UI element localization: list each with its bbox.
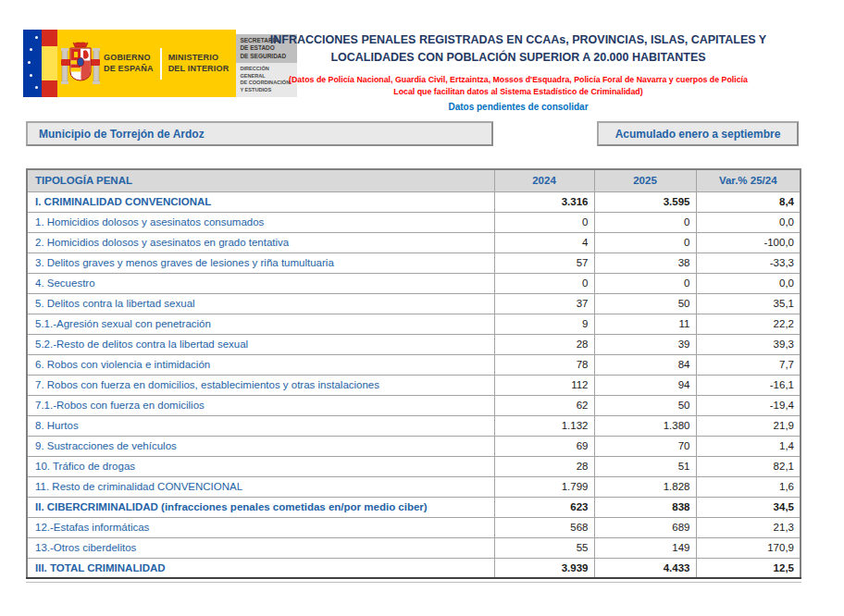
row-label: II. CIBERCRIMINALIDAD (infracciones pena…	[27, 497, 494, 517]
column-header-var: Var.% 25/24	[696, 169, 801, 191]
municipality-selector[interactable]: Municipio de Torrejón de Ardoz	[26, 121, 493, 146]
ministry-label: MINISTERIO DEL INTERIOR	[168, 53, 230, 74]
table-row: 7.1.-Robos con fuerza en domicilios6250-…	[27, 395, 801, 415]
table-row: 4. Secuestro000,0	[27, 273, 801, 293]
eu-stars-strip-icon	[23, 30, 42, 97]
cell-2024: 623	[494, 497, 594, 517]
row-label: 2. Homicidios dolosos y asesinatos en gr…	[27, 232, 494, 253]
table-body: I. CRIMINALIDAD CONVENCIONAL3.3163.5958,…	[27, 191, 801, 578]
row-label: 9. Sustracciones de vehículos	[27, 436, 494, 456]
cell-2025: 84	[594, 354, 696, 375]
star-dot-icon	[30, 74, 32, 77]
flag-yellow-band	[42, 46, 57, 80]
cell-variation: 170,9	[696, 537, 801, 558]
period-selector[interactable]: Acumulado enero a septiembre	[597, 121, 799, 146]
pending-data-note: Datos pendientes de consolidar	[222, 102, 814, 112]
table-row: 5. Delitos contra la libertad sexual3750…	[27, 293, 801, 314]
government-label: GOBIERNO DE ESPAÑA	[104, 53, 154, 74]
coat-of-arms-icon	[61, 37, 100, 91]
cell-2025: 3.595	[594, 191, 696, 212]
cell-2024: 112	[494, 375, 594, 395]
cell-2025: 149	[594, 537, 696, 558]
cell-variation: 1,6	[696, 476, 801, 497]
column-header-2025: 2025	[594, 169, 696, 191]
row-label: 8. Hurtos	[27, 415, 494, 436]
cell-variation: 1,4	[696, 436, 801, 456]
cell-2024: 9	[494, 314, 594, 334]
period-label: Acumulado enero a septiembre	[615, 128, 781, 141]
row-label: 4. Secuestro	[27, 273, 494, 293]
page-title: INFRACCIONES PENALES REGISTRADAS EN CCAA…	[222, 31, 814, 68]
cell-2025: 50	[594, 293, 696, 314]
table-row: 1. Homicidios dolosos y asesinatos consu…	[27, 212, 801, 232]
municipality-label: Municipio de Torrejón de Ardoz	[39, 128, 205, 141]
row-label: 12.-Estafas informáticas	[27, 517, 494, 537]
cell-variation: -19,4	[696, 395, 801, 415]
cell-variation: 34,5	[696, 497, 801, 517]
cell-2024: 28	[494, 334, 594, 354]
star-dot-icon	[30, 48, 32, 51]
crime-statistics-table: TIPOLOGÍA PENAL 2024 2025 Var.% 25/24 I.…	[26, 168, 801, 579]
cell-2025: 38	[594, 253, 696, 273]
cell-variation: -16,1	[696, 375, 801, 395]
table-row: 9. Sustracciones de vehículos69701,4	[27, 436, 801, 456]
row-label: III. TOTAL CRIMINALIDAD	[27, 558, 494, 578]
table-bottom-line	[26, 582, 801, 583]
table-row: 6. Robos con violencia e intimidación788…	[27, 354, 801, 375]
cell-variation: 8,4	[696, 191, 801, 212]
table-row: III. TOTAL CRIMINALIDAD3.9394.43312,5	[27, 558, 801, 578]
row-label: I. CRIMINALIDAD CONVENCIONAL	[27, 191, 494, 212]
report-page: GOBIERNO DE ESPAÑA MINISTERIO DEL INTERI…	[0, 0, 844, 616]
cell-2024: 568	[494, 517, 594, 537]
cell-2024: 28	[494, 456, 594, 476]
cell-variation: 39,3	[696, 334, 801, 354]
row-label: 13.-Otros ciberdelitos	[27, 537, 494, 558]
row-label: 11. Resto de criminalidad CONVENCIONAL	[27, 476, 494, 497]
cell-2024: 3.316	[494, 191, 594, 212]
row-label: 5.2.-Resto de delitos contra la libertad…	[27, 334, 494, 354]
cell-2025: 0	[594, 232, 696, 253]
table-row: 2. Homicidios dolosos y asesinatos en gr…	[27, 232, 801, 253]
row-label: 7. Robos con fuerza en domicilios, estab…	[27, 375, 494, 395]
cell-2025: 838	[594, 497, 696, 517]
flag-red-band	[42, 80, 57, 97]
row-label: 7.1.-Robos con fuerza en domicilios	[27, 395, 494, 415]
table-wrapper: TIPOLOGÍA PENAL 2024 2025 Var.% 25/24 I.…	[26, 168, 801, 583]
cell-2024: 1.799	[494, 476, 594, 497]
star-dot-icon	[35, 36, 38, 39]
cell-2024: 0	[494, 273, 594, 293]
cell-variation: -33,3	[696, 253, 801, 273]
column-header-tipologia: TIPOLOGÍA PENAL	[27, 169, 494, 191]
cell-2025: 70	[594, 436, 696, 456]
row-label: 5. Delitos contra la libertad sexual	[27, 293, 494, 314]
row-label: 3. Delitos graves y menos graves de lesi…	[27, 253, 494, 273]
spain-flag-icon	[42, 30, 57, 97]
cell-2024: 3.939	[494, 558, 594, 578]
table-row: 8. Hurtos1.1321.38021,9	[27, 415, 801, 436]
cell-variation: -100,0	[696, 232, 801, 253]
cell-2025: 4.433	[594, 558, 696, 578]
cell-2025: 51	[594, 456, 696, 476]
cell-2024: 57	[494, 253, 594, 273]
table-row: 12.-Estafas informáticas56868921,3	[27, 517, 801, 537]
cell-variation: 21,3	[696, 517, 801, 537]
cell-2024: 0	[494, 212, 594, 232]
flag-red-band	[42, 30, 57, 46]
title-block: INFRACCIONES PENALES REGISTRADAS EN CCAA…	[222, 31, 814, 112]
row-label: 1. Homicidios dolosos y asesinatos consu…	[27, 212, 494, 232]
cell-2024: 4	[494, 232, 594, 253]
cell-variation: 7,7	[696, 354, 801, 375]
table-row: 11. Resto de criminalidad CONVENCIONAL1.…	[27, 476, 801, 497]
cell-variation: 35,1	[696, 293, 801, 314]
cell-variation: 12,5	[696, 558, 801, 578]
cell-2024: 37	[494, 293, 594, 314]
cell-2024: 55	[494, 537, 594, 558]
cell-2025: 39	[594, 334, 696, 354]
table-row: 5.2.-Resto de delitos contra la libertad…	[27, 334, 801, 354]
cell-2024: 69	[494, 436, 594, 456]
logo-main-area: GOBIERNO DE ESPAÑA MINISTERIO DEL INTERI…	[57, 30, 236, 97]
table-row: 3. Delitos graves y menos graves de lesi…	[27, 253, 801, 273]
table-row: 13.-Otros ciberdelitos55149170,9	[27, 537, 801, 558]
row-label: 5.1.-Agresión sexual con penetración	[27, 314, 494, 334]
cell-2025: 689	[594, 517, 696, 537]
